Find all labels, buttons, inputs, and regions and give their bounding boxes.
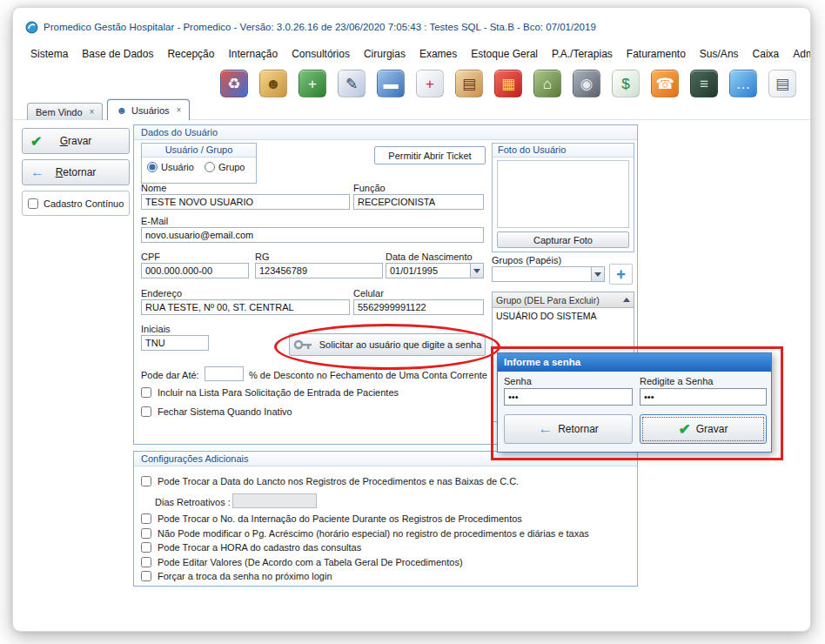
- senha-input[interactable]: [504, 388, 633, 406]
- endereco-input[interactable]: [141, 299, 350, 315]
- cadastro-continuo-label: Cadastro Contínuo: [44, 198, 124, 209]
- config-check4-row: Pode Trocar a HORA do cadastro das consu…: [141, 542, 361, 553]
- menu-cirurgias[interactable]: Cirurgias: [357, 44, 412, 64]
- tab-usuários[interactable]: ☻Usuários×: [107, 99, 190, 120]
- radio-usuario[interactable]: Usuário: [147, 162, 194, 172]
- rg-input[interactable]: [255, 263, 383, 278]
- email-label: E-Mail: [141, 216, 168, 226]
- grupos-papeis-combo[interactable]: [492, 266, 605, 282]
- config-check6-row: Forçar a troca da senha no próximo login: [141, 571, 332, 581]
- nascimento-combo[interactable]: 01/01/1995: [386, 263, 484, 278]
- email-input[interactable]: [141, 227, 484, 243]
- patients-icon[interactable]: ☻: [259, 70, 287, 97]
- celular-input[interactable]: [353, 299, 484, 315]
- fechar-sistema-checkbox[interactable]: [141, 406, 151, 417]
- safe-icon[interactable]: ◉: [573, 70, 600, 97]
- trocar-hora-checkbox[interactable]: [141, 542, 151, 553]
- user-photo-placeholder: [497, 160, 629, 228]
- chevron-down-icon[interactable]: [470, 264, 483, 278]
- grupo-list-header[interactable]: Grupo (DEL Para Excluir): [493, 292, 634, 308]
- chat-icon[interactable]: …: [729, 70, 757, 97]
- ambulance-icon[interactable]: +: [416, 70, 444, 97]
- menu-interna-o[interactable]: Internação: [221, 44, 285, 64]
- menu-estoque-geral[interactable]: Estoque Geral: [464, 44, 545, 64]
- usuario-radio-input[interactable]: [147, 162, 158, 172]
- trocar-hora-label: Pode Trocar a HORA do cadastro das consu…: [158, 542, 361, 553]
- tab-bem-vindo[interactable]: Bem Vindo×: [27, 103, 103, 120]
- cpf-input[interactable]: [141, 263, 249, 278]
- nao-modificar-acrescimo-checkbox[interactable]: [141, 528, 151, 539]
- iniciais-input[interactable]: [141, 335, 209, 351]
- billing-calendar-icon[interactable]: $: [612, 70, 640, 97]
- tab-close-icon[interactable]: ×: [90, 107, 95, 117]
- cadastro-continuo-checkbox[interactable]: [28, 198, 38, 209]
- solicitar-senha-button[interactable]: Solicitar ao usuário que digite a senha: [289, 333, 486, 356]
- iniciais-label: Iniciais: [141, 324, 171, 334]
- menu-administra[interactable]: Administra: [786, 44, 810, 64]
- grupo-list-item[interactable]: USUÁRIO DO SISTEMA: [493, 308, 634, 323]
- menu-base-de-dados[interactable]: Base de Dados: [75, 44, 160, 64]
- retornar-button-label: Retornar: [56, 166, 97, 178]
- tab-bar: Bem Vindo×☻Usuários×: [27, 98, 190, 120]
- hospital-bed-icon[interactable]: ▬: [377, 70, 405, 97]
- reports-icon[interactable]: ▤: [455, 70, 483, 97]
- dias-retroativos-label: Dias Retroativos :: [155, 497, 231, 507]
- nascimento-label: Data de Nascimento: [386, 252, 473, 262]
- trocar-data-lancto-checkbox[interactable]: [141, 476, 151, 486]
- grupo-radio-input[interactable]: [205, 162, 215, 172]
- config-adicionais-title: Configurações Adicionais: [134, 452, 637, 466]
- permitir-abrir-ticket-button[interactable]: Permitir Abrir Ticket: [374, 146, 486, 164]
- phone-icon[interactable]: ☎: [651, 70, 679, 97]
- gravar-button-label: Gravar: [60, 135, 92, 147]
- retornar-button[interactable]: ← Retornar: [22, 159, 130, 185]
- redigite-senha-label: Redigite a Senha: [640, 376, 713, 386]
- usuario-grupo-title: Usuário / Grupo: [142, 144, 256, 158]
- funcao-input[interactable]: [353, 194, 484, 210]
- menu-sus-ans[interactable]: Sus/Ans: [693, 44, 746, 64]
- menu-exames[interactable]: Exames: [412, 44, 464, 64]
- grupos-papeis-label: Grupos (Papéis): [492, 255, 561, 265]
- desconto-input[interactable]: [205, 366, 244, 381]
- arrow-left-icon: ←: [30, 164, 44, 180]
- incluir-lista-checkbox[interactable]: [141, 387, 151, 398]
- chevron-down-icon[interactable]: [591, 267, 604, 281]
- add-grupo-button[interactable]: +: [609, 264, 633, 285]
- celular-label: Celular: [353, 288, 384, 299]
- menu-sistema[interactable]: Sistema: [23, 44, 75, 64]
- pharmacy-icon[interactable]: ⌂: [533, 70, 561, 97]
- medical-record-icon[interactable]: ✎: [338, 70, 366, 97]
- redigite-senha-input[interactable]: [640, 388, 767, 406]
- app-logo-icon: [25, 21, 38, 34]
- endereco-label: Endereço: [141, 288, 182, 299]
- config-adicionais-panel: Configurações Adicionais Pode Trocar a D…: [133, 451, 638, 587]
- menu-p-a-terapias[interactable]: P.A./Terapias: [545, 44, 620, 64]
- dias-retroativos-input: [232, 493, 317, 508]
- supplies-gift-icon[interactable]: ▦: [494, 70, 522, 97]
- menu-consult-rios[interactable]: Consultórios: [285, 44, 357, 64]
- doctor-icon[interactable]: +: [298, 70, 326, 97]
- rg-label: RG: [255, 252, 270, 262]
- funcao-label: Função: [353, 183, 386, 193]
- forcar-troca-senha-checkbox[interactable]: [141, 571, 151, 581]
- arrow-left-icon: ←: [538, 420, 553, 438]
- popup-retornar-button[interactable]: ← Retornar: [504, 414, 633, 444]
- nome-input[interactable]: [141, 194, 350, 210]
- tab-label: Usuários: [131, 105, 169, 116]
- radio-grupo[interactable]: Grupo: [205, 162, 245, 172]
- menu-recep-o[interactable]: Recepção: [160, 44, 221, 64]
- capturar-foto-button[interactable]: Capturar Foto: [497, 231, 629, 248]
- permitir-abrir-ticket-label: Permitir Abrir Ticket: [388, 151, 471, 161]
- editar-valores-checkbox[interactable]: [141, 557, 151, 567]
- menu-faturamento[interactable]: Faturamento: [620, 44, 693, 64]
- gravar-button[interactable]: ✔ Gravar: [22, 128, 130, 154]
- trocar-internacao-checkbox[interactable]: [141, 513, 151, 524]
- menu-caixa[interactable]: Caixa: [746, 44, 787, 64]
- cadastro-continuo-group: Cadastro Contínuo: [22, 191, 130, 216]
- sync-icon[interactable]: ♻: [220, 70, 248, 97]
- tab-close-icon[interactable]: ×: [177, 105, 182, 115]
- book-icon[interactable]: ≡: [690, 70, 718, 97]
- grupo-radio-label: Grupo: [218, 162, 245, 172]
- document-icon[interactable]: ▤: [768, 70, 796, 97]
- usuario-grupo-groupbox: Usuário / Grupo Usuário Grupo: [141, 143, 257, 184]
- popup-gravar-button[interactable]: ✔ Gravar: [640, 414, 767, 444]
